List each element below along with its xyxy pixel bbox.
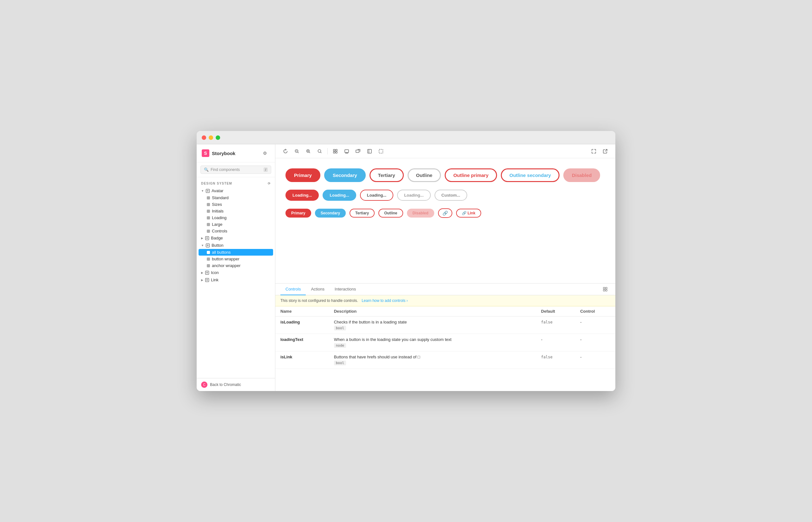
design-system-section-header: DESIGN SYSTEM ⟳ xyxy=(197,180,275,187)
panel-tabs: Controls Actions Interactions xyxy=(275,283,615,295)
triangle-down-icon: ▼ xyxy=(201,189,204,193)
table-row: loadingText When a button is in the load… xyxy=(275,334,615,352)
button-row-3: Primary Secondary Tertiary Outline Disab… xyxy=(285,208,605,218)
sidebar-item-button[interactable]: ▼ ⊞ Button xyxy=(197,242,275,249)
button-row-1: Primary Secondary Tertiary Outline Outli… xyxy=(285,168,605,182)
btn-sm-secondary[interactable]: Secondary xyxy=(315,209,346,218)
story-icon xyxy=(207,258,210,261)
reload-icon[interactable] xyxy=(280,147,291,156)
row-default-islink: false xyxy=(536,352,575,369)
nav-label-link: Link xyxy=(211,278,219,282)
button-row-2: Loading... Loading... Loading... Loading… xyxy=(285,189,605,201)
btn-loading-primary[interactable]: Loading... xyxy=(285,189,319,201)
table-row: isLoading Checks if the button is in a l… xyxy=(275,317,615,334)
btn-secondary[interactable]: Secondary xyxy=(324,168,366,182)
btn-tertiary[interactable]: Tertiary xyxy=(370,168,404,182)
col-description: Description xyxy=(329,306,536,317)
settings-icon[interactable]: ⚙ xyxy=(260,149,270,158)
btn-primary[interactable]: Primary xyxy=(285,168,320,182)
sidebar-item-badge[interactable]: ▶ ⊞ Badge xyxy=(197,234,275,242)
btn-sm-disabled[interactable]: Disabled xyxy=(407,209,434,218)
svg-rect-3 xyxy=(333,149,335,151)
story-icon xyxy=(207,196,210,199)
btn-outline[interactable]: Outline xyxy=(408,168,441,182)
tab-actions[interactable]: Actions xyxy=(306,283,330,295)
toolbar-right xyxy=(589,147,610,156)
story-icon xyxy=(207,216,210,219)
row-desc-loadingtext: When a button is in the loading state yo… xyxy=(329,334,536,352)
toolbar xyxy=(275,144,615,158)
component-icon: ⊞ xyxy=(206,244,210,247)
border-icon[interactable] xyxy=(376,147,386,156)
tab-controls[interactable]: Controls xyxy=(280,283,306,295)
btn-sm-primary[interactable]: Primary xyxy=(285,209,311,218)
sidebar-item-avatar-standard[interactable]: Standard xyxy=(197,195,275,201)
row-default-loadingtext: - xyxy=(536,334,575,352)
btn-sm-link[interactable]: 🔗 Link xyxy=(456,209,481,218)
sidebar-item-all-buttons[interactable]: all buttons xyxy=(199,249,273,256)
close-button[interactable] xyxy=(202,136,206,140)
svg-rect-12 xyxy=(606,287,607,289)
btn-sm-tertiary[interactable]: Tertiary xyxy=(350,209,375,218)
btn-loading-tertiary[interactable]: Loading... xyxy=(360,189,393,201)
viewport-icon[interactable] xyxy=(342,147,352,156)
sidebar-item-avatar[interactable]: ▼ ⊞ Avatar xyxy=(197,187,275,195)
triangle-down-icon: ▼ xyxy=(201,244,204,247)
titlebar xyxy=(197,131,615,144)
btn-sm-outline[interactable]: Outline xyxy=(378,209,403,218)
info-banner: This story is not configured to handle c… xyxy=(275,295,615,306)
zoom-out-icon[interactable] xyxy=(292,147,302,156)
sidebar-item-avatar-large[interactable]: Large xyxy=(197,221,275,228)
sidebar-item-avatar-sizes[interactable]: Sizes xyxy=(197,201,275,208)
chromatic-icon: C xyxy=(201,382,207,388)
nav-label-button: Button xyxy=(212,243,224,248)
sidebar-item-avatar-initials[interactable]: Initials xyxy=(197,208,275,214)
fullscreen-icon[interactable] xyxy=(353,147,363,156)
btn-outline-primary[interactable]: Outline primary xyxy=(445,168,497,182)
search-shortcut: / xyxy=(263,167,268,172)
btn-loading-outline[interactable]: Loading... xyxy=(397,189,431,201)
tab-interactions[interactable]: Interactions xyxy=(330,283,361,295)
search-icon: 🔍 xyxy=(204,167,209,172)
zoom-in-icon[interactable] xyxy=(303,147,313,156)
btn-outline-secondary[interactable]: Outline secondary xyxy=(501,168,559,182)
sidebar-item-icon[interactable]: ▶ ⊞ Icon xyxy=(197,269,275,276)
back-to-chromatic-button[interactable]: C Back to Chromatic xyxy=(197,378,275,391)
row-desc-isloading: Checks if the button is in a loading sta… xyxy=(329,317,536,334)
col-default: Default xyxy=(536,306,575,317)
content-area: Primary Secondary Tertiary Outline Outli… xyxy=(275,144,615,391)
reset-zoom-icon[interactable] xyxy=(315,147,325,156)
sidebar-item-button-wrapper[interactable]: button wrapper xyxy=(197,256,275,262)
info-banner-link[interactable]: Learn how to add controls › xyxy=(362,298,408,303)
external-link-icon[interactable] xyxy=(600,147,610,156)
traffic-lights xyxy=(202,136,220,140)
col-name: Name xyxy=(275,306,329,317)
sidebar-item-avatar-loading[interactable]: Loading xyxy=(197,214,275,221)
section-expand-icon[interactable]: ⟳ xyxy=(268,182,271,185)
btn-loading-secondary[interactable]: Loading... xyxy=(322,189,356,201)
nav-label-avatar: Avatar xyxy=(212,188,223,193)
btn-disabled[interactable]: Disabled xyxy=(563,168,600,182)
sidebar-item-avatar-controls[interactable]: Controls xyxy=(197,228,275,234)
panel-options-icon[interactable] xyxy=(600,283,610,295)
layout-icon[interactable] xyxy=(364,147,375,156)
svg-rect-4 xyxy=(336,149,337,151)
back-to-chromatic-label: Back to Chromatic xyxy=(210,382,241,387)
storybook-logo: S Storybook xyxy=(202,149,235,157)
btn-sm-icon-link[interactable]: 🔗 xyxy=(438,208,452,218)
maximize-button[interactable] xyxy=(216,136,220,140)
sidebar-item-anchor-wrapper[interactable]: anchor wrapper xyxy=(197,262,275,269)
svg-rect-6 xyxy=(336,152,337,153)
search-box[interactable]: 🔍 Find components / xyxy=(200,165,271,174)
expand-icon[interactable] xyxy=(589,147,599,156)
sidebar-item-link[interactable]: ▶ ⊞ Link xyxy=(197,276,275,283)
controls-table: Name Description Default Control isLoadi… xyxy=(275,306,615,369)
triangle-right-icon: ▶ xyxy=(201,278,203,282)
grid-icon[interactable] xyxy=(330,147,340,156)
btn-custom[interactable]: Custom... xyxy=(435,189,467,201)
search-placeholder: Find components xyxy=(211,167,240,172)
minimize-button[interactable] xyxy=(209,136,213,140)
svg-rect-13 xyxy=(603,289,605,291)
component-icon: ⊞ xyxy=(206,189,210,193)
row-desc-islink: Buttons that have hrefs should use inste… xyxy=(329,352,536,369)
